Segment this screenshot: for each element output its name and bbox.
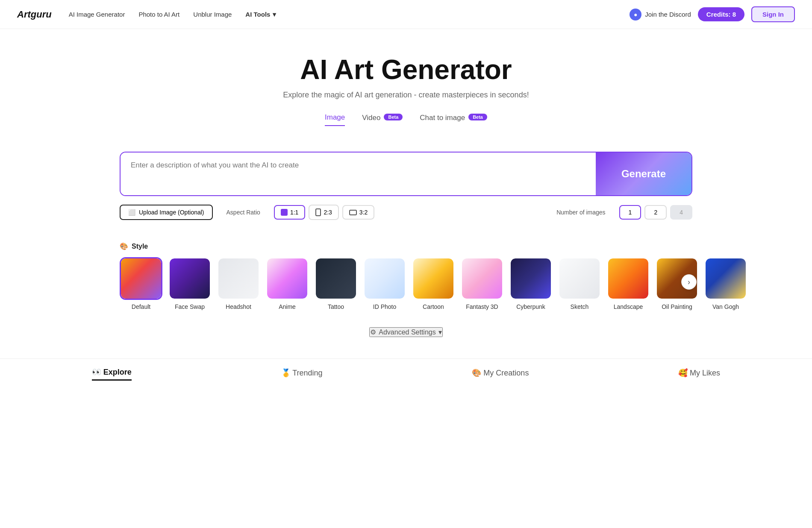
style-name-tattoo: Tattoo xyxy=(328,303,344,310)
aspect-ratio-group: 1:1 2:3 3:2 xyxy=(274,205,374,220)
prompt-input[interactable] xyxy=(121,153,596,195)
nav-unblur-image[interactable]: Unblur Image xyxy=(193,11,232,18)
nav-ai-image-generator[interactable]: AI Image Generator xyxy=(69,11,125,18)
style-card-faceswap[interactable]: Face Swap xyxy=(168,257,211,310)
chevron-down-icon: ▾ xyxy=(438,328,442,336)
bottom-tab-trending[interactable]: 🥇 Trending xyxy=(281,368,323,380)
controls-row: ⬜ Upload Image (Optional) Aspect Ratio 1… xyxy=(120,205,692,220)
style-name-fantasy3d: Fantasty 3D xyxy=(466,303,498,310)
generate-button[interactable]: Generate xyxy=(596,153,691,195)
style-name-anime: Anime xyxy=(279,303,296,310)
style-scroll-container: DefaultFace SwapHeadshotAnimeTattooID Ph… xyxy=(120,257,692,310)
bottom-tab-explore[interactable]: 👀 Explore xyxy=(92,367,132,381)
bottom-tab-my-creations[interactable]: 🎨 My Creations xyxy=(472,368,529,380)
navbar: Artguru AI Image Generator Photo to AI A… xyxy=(0,0,812,29)
tab-chat-to-image[interactable]: Chat to image Beta xyxy=(420,114,487,126)
advanced-section: ⚙ Advanced Settings ▾ xyxy=(0,310,812,354)
hero-subtitle: Explore the magic of AI art generation -… xyxy=(9,91,803,100)
nav-photo-to-ai-art[interactable]: Photo to AI Art xyxy=(138,11,179,18)
style-name-landscape: Landscape xyxy=(614,303,643,310)
main-tabs: Image Video Beta Chat to image Beta xyxy=(9,113,803,126)
style-card-cartoon[interactable]: Cartoon xyxy=(412,257,455,310)
square-icon xyxy=(281,209,288,216)
palette-icon: 🎨 xyxy=(120,242,128,250)
bottom-tabs: 👀 Explore 🥇 Trending 🎨 My Creations 🥰 My… xyxy=(0,358,812,389)
upload-image-button[interactable]: ⬜ Upload Image (Optional) xyxy=(120,205,213,220)
landscape-icon xyxy=(349,210,357,215)
credits-button[interactable]: Credits: 8 xyxy=(698,7,744,21)
style-card-cyberpunk[interactable]: Cyberpunk xyxy=(509,257,552,310)
chevron-down-icon: ▾ xyxy=(273,11,276,18)
navbar-links: AI Image Generator Photo to AI Art Unblu… xyxy=(69,11,630,18)
style-card-vangogh[interactable]: Van Gogh xyxy=(704,257,747,310)
discord-button[interactable]: ● Join the Discord xyxy=(630,9,691,21)
num-1[interactable]: 1 xyxy=(619,205,641,220)
logo[interactable]: Artguru xyxy=(17,9,52,20)
style-label: 🎨 Style xyxy=(120,242,692,250)
style-name-oilpainting: Oil Painting xyxy=(662,303,692,310)
chat-beta-badge: Beta xyxy=(468,114,487,120)
portrait-icon xyxy=(315,208,321,216)
style-card-fantasy3d[interactable]: Fantasty 3D xyxy=(461,257,503,310)
num-images-label: Number of images xyxy=(556,209,605,216)
style-name-sketch: Sketch xyxy=(571,303,589,310)
aspect-2-3[interactable]: 2:3 xyxy=(309,205,338,220)
discord-icon: ● xyxy=(630,9,641,21)
generate-row: Generate xyxy=(120,152,692,196)
style-name-cartoon: Cartoon xyxy=(423,303,444,310)
style-card-headshot[interactable]: Headshot xyxy=(217,257,260,310)
aspect-ratio-label: Aspect Ratio xyxy=(227,209,260,216)
style-name-default: Default xyxy=(132,303,150,310)
image-upload-icon: ⬜ xyxy=(128,209,135,216)
tab-image[interactable]: Image xyxy=(325,113,345,126)
num-2[interactable]: 2 xyxy=(644,205,667,220)
style-card-tattoo[interactable]: Tattoo xyxy=(315,257,357,310)
style-card-default[interactable]: Default xyxy=(120,257,162,310)
bottom-tab-my-likes[interactable]: 🥰 My Likes xyxy=(678,368,720,380)
tab-video[interactable]: Video Beta xyxy=(362,114,403,126)
aspect-3-2[interactable]: 3:2 xyxy=(342,205,374,220)
num-4: 4 xyxy=(670,205,692,220)
gear-icon: ⚙ xyxy=(370,328,376,336)
nav-ai-tools[interactable]: AI Tools ▾ xyxy=(245,11,276,18)
aspect-1-1[interactable]: 1:1 xyxy=(274,205,305,220)
advanced-settings-button[interactable]: ⚙ Advanced Settings ▾ xyxy=(369,327,442,337)
style-card-idphoto[interactable]: ID Photo xyxy=(363,257,406,310)
style-section: 🎨 Style DefaultFace SwapHeadshotAnimeTat… xyxy=(111,242,701,310)
style-name-cyberpunk: Cyberpunk xyxy=(516,303,545,310)
navbar-right: ● Join the Discord Credits: 8 Sign In xyxy=(630,6,795,22)
style-card-landscape[interactable]: Landscape xyxy=(607,257,650,310)
style-card-sketch[interactable]: Sketch xyxy=(558,257,601,310)
style-name-idphoto: ID Photo xyxy=(373,303,396,310)
signin-button[interactable]: Sign In xyxy=(751,6,795,22)
style-name-faceswap: Face Swap xyxy=(175,303,205,310)
hero-section: AI Art Generator Explore the magic of AI… xyxy=(0,29,812,152)
style-card-anime[interactable]: Anime xyxy=(266,257,309,310)
num-images-group: 1 2 4 xyxy=(619,205,692,220)
input-section: Generate ⬜ Upload Image (Optional) Aspec… xyxy=(111,152,701,242)
page-title: AI Art Generator xyxy=(9,55,803,85)
style-name-headshot: Headshot xyxy=(226,303,251,310)
style-name-vangogh: Van Gogh xyxy=(712,303,739,310)
video-beta-badge: Beta xyxy=(384,114,403,120)
